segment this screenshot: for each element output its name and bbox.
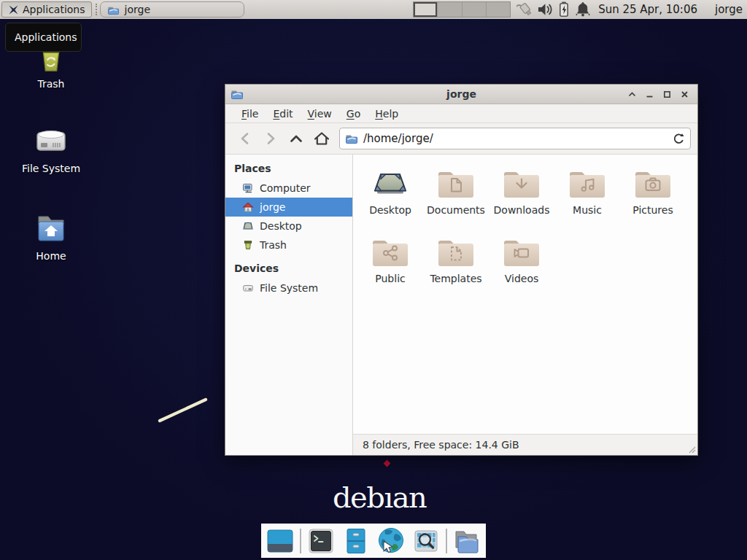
- file-item-templates[interactable]: Templates: [424, 233, 488, 301]
- menu-file[interactable]: File: [234, 106, 266, 122]
- file-item-downloads[interactable]: Downloads: [489, 164, 554, 233]
- directory-menu-launcher[interactable]: [452, 526, 482, 556]
- dock-separator: [300, 529, 301, 553]
- file-item-pictures[interactable]: Pictures: [621, 164, 685, 233]
- debian-wordmark: debıan: [333, 480, 426, 515]
- desktop-icon-label: Home: [11, 250, 91, 262]
- workspace-4[interactable]: [487, 2, 510, 17]
- file-item-public[interactable]: Public: [358, 233, 422, 301]
- sidebar-item-label: Computer: [260, 182, 311, 194]
- folder-templates-icon: [424, 233, 488, 271]
- network-icon[interactable]: [516, 1, 535, 18]
- pathbar-folder-icon: [345, 133, 358, 144]
- panel-clock[interactable]: Sun 25 Apr, 10:06: [598, 3, 697, 16]
- folder-music-icon: [555, 164, 619, 203]
- web-browser-launcher[interactable]: [376, 526, 406, 556]
- desktop-icon-label: Trash: [11, 78, 91, 90]
- minimize-button[interactable]: [644, 89, 655, 100]
- file-item-label: Templates: [424, 273, 488, 284]
- computer-icon: [242, 182, 254, 194]
- home-icon: [242, 201, 254, 213]
- show-desktop-icon: [266, 526, 295, 556]
- workspace-2[interactable]: [438, 2, 462, 17]
- forward-button[interactable]: [258, 127, 283, 150]
- titlebar[interactable]: jorge: [225, 85, 697, 104]
- directory-menu-folder-icon: [452, 526, 482, 556]
- file-item-videos[interactable]: Videos: [489, 233, 554, 301]
- notifications-bell-icon[interactable]: [573, 1, 592, 18]
- back-button[interactable]: [232, 127, 258, 150]
- taskbar-button-jorge[interactable]: jorge: [100, 1, 244, 18]
- wordmark-part2: an: [392, 481, 427, 514]
- dock-separator: [446, 529, 447, 553]
- xfce-applications-icon: [8, 4, 19, 15]
- app-finder-launcher[interactable]: [411, 526, 441, 556]
- file-item-label: Public: [358, 273, 422, 284]
- wordmark-dotless-i: ı: [384, 481, 392, 514]
- reload-button[interactable]: [672, 132, 685, 145]
- app-finder-icon: [411, 526, 441, 556]
- devices-header: Devices: [225, 257, 352, 279]
- file-item-desktop[interactable]: Desktop: [358, 164, 422, 233]
- desktop-special-icon: [358, 164, 422, 203]
- desktop-icon: [242, 220, 254, 232]
- menu-go[interactable]: Go: [339, 106, 368, 122]
- wordmark-part1: deb: [333, 481, 384, 514]
- panel-user-action[interactable]: jorge: [715, 3, 743, 16]
- folder-downloads-icon: [489, 164, 554, 203]
- file-item-music[interactable]: Music: [555, 164, 619, 233]
- taskbar-folder-icon: [107, 4, 120, 15]
- sidebar-item-jorge[interactable]: jorge: [225, 198, 352, 217]
- applications-menu-label: Applications: [23, 4, 85, 15]
- tooltip-text: Applications: [15, 31, 77, 43]
- menu-edit[interactable]: Edit: [266, 106, 300, 122]
- sidebar-item-label: jorge: [260, 201, 285, 213]
- debian-red-dot: [384, 460, 391, 467]
- web-browser-globe-icon: [376, 526, 406, 556]
- volume-icon[interactable]: [535, 1, 554, 18]
- sidebar-item-computer[interactable]: Computer: [225, 179, 352, 198]
- workspace-1[interactable]: [414, 2, 438, 17]
- sidebar-item-label: Desktop: [260, 220, 302, 232]
- taskbar-button-label: jorge: [125, 4, 150, 15]
- sidebar-item-desktop[interactable]: Desktop: [225, 217, 352, 236]
- up-button[interactable]: [283, 127, 309, 150]
- window-title: jorge: [446, 88, 476, 100]
- applications-tooltip: Applications: [5, 23, 82, 52]
- main-column: Desktop Documents: [353, 155, 697, 455]
- maximize-button[interactable]: [662, 89, 673, 100]
- file-item-documents[interactable]: Documents: [424, 164, 488, 233]
- bottom-dock: [261, 524, 486, 558]
- applications-menu-button[interactable]: Applications: [1, 1, 92, 18]
- menu-view[interactable]: View: [301, 106, 339, 122]
- file-cabinet-launcher[interactable]: [341, 526, 371, 556]
- location-path-text[interactable]: /home/jorge/: [363, 132, 433, 145]
- resize-grip[interactable]: [687, 445, 696, 454]
- home-button[interactable]: [309, 127, 334, 150]
- workspace-switcher: [413, 1, 511, 18]
- close-button[interactable]: [679, 89, 690, 100]
- location-bar[interactable]: /home/jorge/: [339, 128, 691, 149]
- show-desktop-button[interactable]: [265, 526, 295, 556]
- system-tray: [516, 1, 592, 18]
- file-item-label: Downloads: [489, 204, 554, 216]
- sidebar-item-trash[interactable]: Trash: [225, 236, 352, 254]
- sidebar-item-label: Trash: [260, 239, 287, 251]
- folder-pictures-icon: [621, 164, 685, 203]
- menu-help[interactable]: Help: [368, 106, 406, 122]
- desktop-icon-file-system[interactable]: File System: [11, 124, 91, 174]
- file-item-label: Documents: [424, 204, 488, 216]
- sidebar-item-file-system[interactable]: File System: [225, 279, 352, 298]
- terminal-launcher[interactable]: [306, 526, 336, 556]
- folder-videos-icon: [489, 233, 554, 271]
- file-view[interactable]: Desktop Documents: [353, 155, 697, 434]
- folder-public-icon: [358, 233, 422, 271]
- desktop-icon-home[interactable]: Home: [11, 211, 91, 262]
- shade-button[interactable]: [627, 89, 638, 100]
- battery-icon[interactable]: [554, 1, 573, 18]
- panel-handle[interactable]: [96, 4, 97, 15]
- menubar: File Edit View Go Help: [225, 104, 697, 123]
- top-panel: Applications jorge: [0, 0, 747, 19]
- workspace-3[interactable]: [462, 2, 487, 17]
- sidebar-item-label: File System: [260, 282, 318, 294]
